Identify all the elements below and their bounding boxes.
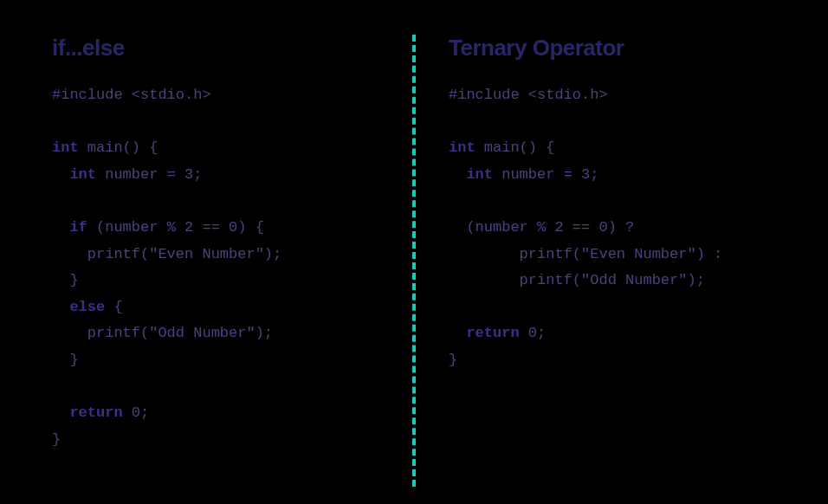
code-line: printf("Odd Number"); xyxy=(449,272,705,288)
code-line: printf("Odd Number"); xyxy=(52,325,273,341)
code-comparison-container: if...else #include <stdio.h> int main() … xyxy=(0,0,828,504)
keyword-int: int xyxy=(466,166,493,183)
keyword-return: return xyxy=(466,325,519,341)
keyword-int: int xyxy=(449,139,475,156)
keyword-return: return xyxy=(69,404,122,421)
code-line: } xyxy=(52,272,79,288)
code-text: main() { xyxy=(79,139,158,156)
code-line: (number % 2 == 0) ? xyxy=(449,219,634,236)
keyword-if: if xyxy=(69,219,87,236)
code-line: } xyxy=(52,431,61,448)
code-text: { xyxy=(105,299,122,315)
keyword-int: int xyxy=(69,166,96,183)
code-text: 0; xyxy=(520,325,547,341)
left-heading: if...else xyxy=(52,35,379,61)
right-code-block: #include <stdio.h> int main() { int numb… xyxy=(449,82,776,374)
code-text: 0; xyxy=(123,404,150,421)
code-line: printf("Even Number") : xyxy=(449,246,722,262)
code-line: } xyxy=(52,352,79,368)
keyword-int: int xyxy=(52,139,79,156)
right-heading: Ternary Operator xyxy=(449,35,776,61)
code-text: number = 3; xyxy=(493,166,598,183)
code-text: main() { xyxy=(475,139,555,156)
code-line: } xyxy=(449,352,457,368)
right-column: Ternary Operator #include <stdio.h> int … xyxy=(414,35,776,469)
code-line: #include <stdio.h> xyxy=(52,87,211,103)
code-line: printf("Even Number"); xyxy=(52,246,281,262)
code-text: number = 3; xyxy=(96,166,202,183)
left-code-block: #include <stdio.h> int main() { int numb… xyxy=(52,82,379,453)
code-line: #include <stdio.h> xyxy=(449,87,608,103)
keyword-else: else xyxy=(69,299,105,315)
left-column: if...else #include <stdio.h> int main() … xyxy=(52,35,414,469)
code-text: (number % 2 == 0) { xyxy=(87,219,264,236)
vertical-divider xyxy=(412,35,416,487)
